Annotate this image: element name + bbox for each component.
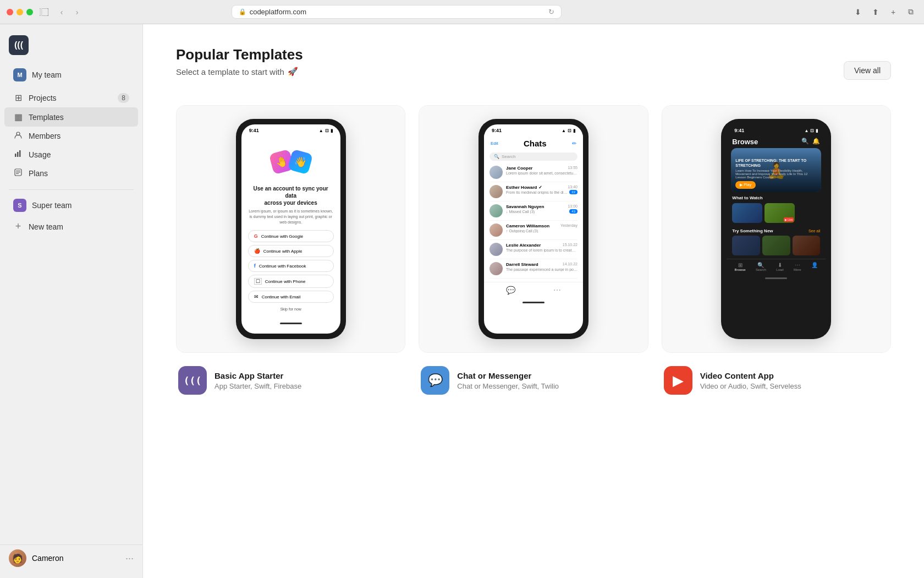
video-banner: 🧘 LIFE OF STRETCHING: THE START TO STRET… (731, 148, 821, 192)
sidebar-user: 🧑 Cameron ··· (0, 544, 142, 571)
template-card-video-content[interactable]: 9:41 ▲ ⊡ ▮ Browse 🔍 (662, 105, 891, 353)
facebook-icon: f (254, 263, 256, 269)
sidebar-toggle-icon[interactable] (38, 7, 50, 18)
phone-mockup-3: 9:41 ▲ ⊡ ▮ Browse 🔍 (721, 119, 831, 339)
sidebar-item-templates[interactable]: ▦ Templates (4, 107, 138, 127)
super-team-avatar: S (13, 199, 26, 212)
sidebar-item-label: Templates (29, 113, 64, 122)
template-tags-3: Video or Audio, Swift, Serveless (700, 382, 801, 390)
auth-btn-email: ✉ Continue with Email (248, 291, 334, 303)
video-overlay: LIFE OF STRETCHING: THE START TO STRETCH… (731, 148, 821, 192)
chat-info-1: Jane Cooper 13:55 Lorem ipsum dolor sit … (506, 166, 578, 175)
try-title: Try Something New (732, 228, 773, 233)
try-thumb-2 (762, 236, 790, 255)
template-info-3: ▶ Video Content App Video or Audio, Swif… (662, 366, 891, 395)
template-preview-2: 9:41 ▲ ⊡ ▮ Edit Chats (419, 106, 647, 352)
browser-actions: ⬇ ⬆ + ⧉ (851, 6, 917, 19)
user-more-button[interactable]: ··· (125, 553, 134, 564)
new-tab-icon[interactable]: + (887, 6, 900, 19)
try-thumb-3 (793, 236, 821, 255)
chat-item-4: Cameron Williamson Yesterday ↑ Outgoing … (490, 221, 578, 240)
sidebar-item-label: Projects (29, 94, 57, 102)
share-icon[interactable]: ⬆ (869, 6, 882, 19)
refresh-icon[interactable]: ↻ (548, 8, 554, 16)
chat-title: Chats (524, 139, 547, 148)
my-team-label: My team (32, 70, 62, 79)
sidebar: ((( M My team ⊞ Projects 8 ▦ Templates (0, 24, 143, 578)
template-icon-basic: ((( (178, 366, 207, 395)
user-name: Cameron (32, 554, 64, 563)
skip-link: Skip for now (248, 307, 334, 311)
members-icon (13, 131, 23, 141)
chat-avatar-2 (490, 185, 503, 198)
main-content: Popular Templates Select a template to s… (143, 24, 924, 578)
new-team-icon: + (13, 221, 23, 232)
chat-header: Edit Chats ✏ (484, 134, 583, 150)
my-team-avatar: M (13, 68, 26, 81)
bell-icon: 🔔 (812, 138, 820, 146)
chat-compose-icon: ✏ (572, 140, 576, 146)
signal-icon: ▲ (319, 128, 323, 133)
url-text: codeplatform.com (250, 8, 306, 16)
sidebar-item-my-team[interactable]: M My team (4, 64, 138, 86)
chat-preview-row-2: From its medieval origins to the digital… (506, 190, 578, 194)
lock-icon: 🔒 (239, 8, 246, 15)
view-all-button[interactable]: View all (844, 61, 891, 80)
logo-box[interactable]: ((( (9, 35, 29, 55)
chat-preview-row-3: ↓ Missed Call (3) 43 (506, 209, 578, 214)
template-preview-3: 9:41 ▲ ⊡ ▮ Browse 🔍 (662, 106, 890, 352)
sidebar-item-members[interactable]: Members (4, 127, 138, 145)
sidebar-item-new-team[interactable]: + New team (4, 216, 138, 237)
chat-preview-4: ↑ Outgoing Call (3) (506, 229, 578, 233)
chat-preview-3: ↓ Missed Call (3) (506, 210, 535, 214)
profile-tab: 👤 (811, 262, 818, 271)
status-time-1: 9:41 (249, 128, 259, 133)
chat-item-1: Jane Cooper 13:55 Lorem ipsum dolor sit … (490, 163, 578, 182)
auth-btn-google: G Continue with Google (248, 230, 334, 242)
sidebar-item-plans[interactable]: Plans (4, 164, 138, 183)
video-bottom-bar: ⊞ Browse 🔍 Search ⬇ Load (727, 259, 826, 274)
status-icons-3: ▲ ⊡ ▮ (804, 128, 818, 133)
chat-name-1: Jane Cooper (506, 166, 532, 171)
sidebar-item-super-team[interactable]: S Super team (4, 194, 138, 216)
sidebar-item-usage[interactable]: Usage (4, 145, 138, 164)
tabs-icon[interactable]: ⧉ (904, 6, 917, 19)
close-button[interactable] (7, 9, 13, 15)
chat-time-6: 14.10.22 (563, 262, 578, 267)
address-bar[interactable]: 🔒 codeplatform.com ↻ (232, 5, 562, 19)
video-app-icon: ▶ (673, 372, 684, 389)
chat-bottom-bar: 💬 ⋯ (484, 282, 583, 298)
chat-name-4: Cameron Williamson (506, 223, 549, 228)
sidebar-item-label: Plans (29, 169, 48, 178)
title-block: Popular Templates Select a template to s… (176, 46, 303, 94)
subtitle-emoji: 🚀 (288, 67, 298, 77)
chat-badge-3: 43 (569, 209, 578, 214)
download-icon[interactable]: ⬇ (851, 6, 865, 19)
chat-name-row-1: Jane Cooper 13:55 (506, 166, 578, 171)
app-layout: ((( M My team ⊞ Projects 8 ▦ Templates (0, 24, 924, 578)
super-team-label: Super team (32, 201, 72, 210)
sidebar-item-projects[interactable]: ⊞ Projects 8 (4, 88, 138, 107)
chat-screen: Edit Chats ✏ 🔍 Search (484, 134, 583, 298)
status-time-3: 9:41 (734, 128, 744, 133)
phone-screen-1: 9:41 ▲ ⊡ ▮ 🤚 (241, 124, 340, 334)
minimize-button[interactable] (16, 9, 23, 15)
maximize-button[interactable] (26, 9, 33, 15)
auth-btn-phone: ☐ Continue with Phone (248, 275, 334, 288)
chat-avatar-1 (490, 166, 503, 179)
page-title: Popular Templates (176, 46, 303, 63)
auth-phone-label: Continue with Phone (265, 279, 306, 284)
forward-button[interactable]: › (70, 6, 84, 19)
template-card-chat-messenger[interactable]: 9:41 ▲ ⊡ ▮ Edit Chats (419, 105, 648, 353)
phone-tab-icon: ⋯ (553, 286, 561, 295)
back-button[interactable]: ‹ (55, 6, 68, 19)
template-card-basic-app-starter[interactable]: 9:41 ▲ ⊡ ▮ 🤚 (176, 105, 405, 353)
app-starter-desc: Lorem ipsum, or ipsum as it is sometimes… (248, 209, 334, 225)
watch-thumb-1 (732, 203, 762, 223)
try-section: Try Something New See all (727, 226, 826, 259)
sidebar-item-label: Members (29, 132, 61, 140)
play-button: ▶ Play (735, 181, 756, 189)
status-bar-1: 9:41 ▲ ⊡ ▮ (241, 124, 340, 134)
basic-app-icon: ((( (184, 375, 202, 386)
section-header: Popular Templates Select a template to s… (176, 46, 891, 94)
